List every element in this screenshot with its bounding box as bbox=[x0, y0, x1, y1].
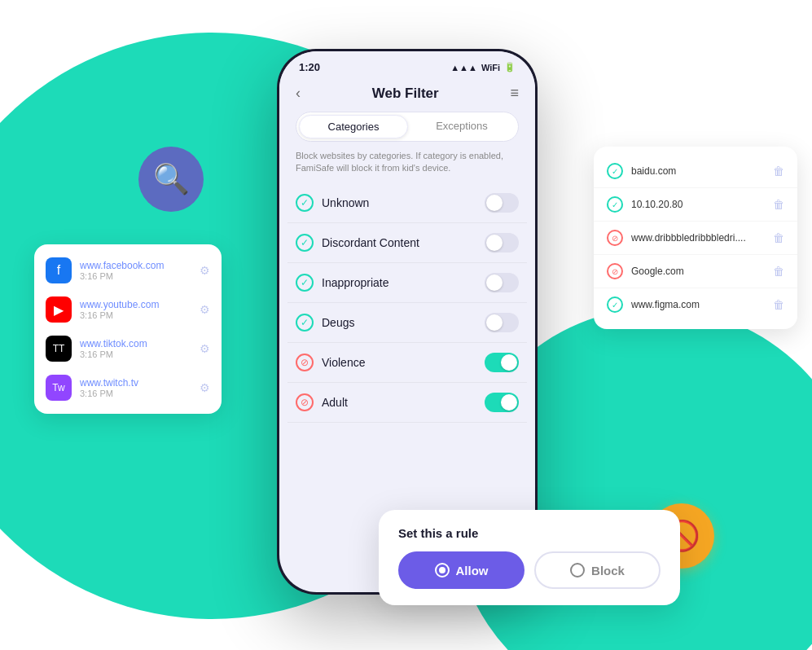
exception-item: ⊘ Google.com 🗑 bbox=[594, 255, 797, 288]
toggle-knob bbox=[486, 195, 503, 211]
category-name: Deugs bbox=[322, 316, 354, 329]
exception-item: ✓ baidu.com 🗑 bbox=[594, 155, 797, 188]
category-name: Discordant Content bbox=[322, 236, 419, 249]
exception-url: www.dribbbledribbbledri.... bbox=[631, 232, 765, 244]
battery-icon: 🔋 bbox=[504, 62, 516, 72]
category-item-adult: ⊘ Adult bbox=[287, 383, 527, 423]
history-time: 3:16 PM bbox=[80, 349, 191, 359]
filter-description: Block websites by categories. If categor… bbox=[279, 150, 535, 183]
category-name: Violence bbox=[322, 356, 365, 369]
list-item: ▶ www.youtube.com 3:16 PM ⚙ bbox=[34, 290, 222, 329]
gear-icon[interactable]: ⚙ bbox=[200, 264, 210, 277]
category-toggle-violence[interactable] bbox=[485, 353, 519, 372]
facebook-icon: f bbox=[46, 257, 72, 283]
category-item-deugs: ✓ Deugs bbox=[287, 303, 527, 343]
history-url: www.facebook.com bbox=[80, 260, 191, 271]
list-item: TT www.tiktok.com 3:16 PM ⚙ bbox=[34, 329, 222, 368]
tab-switcher: Categories Exceptions bbox=[296, 112, 519, 142]
status-icons: ▲▲▲ WiFi 🔋 bbox=[450, 62, 516, 72]
search-icon: 🔍 bbox=[153, 162, 190, 196]
category-name: Adult bbox=[322, 396, 348, 409]
rule-options: Allow Block bbox=[398, 551, 661, 589]
block-option[interactable]: Block bbox=[534, 551, 661, 589]
toggle-knob bbox=[501, 394, 517, 411]
status-time: 1:20 bbox=[299, 61, 320, 73]
category-toggle-inappropriate[interactable] bbox=[485, 273, 519, 292]
exception-url: www.figma.com bbox=[631, 299, 765, 310]
radio-block bbox=[570, 563, 585, 578]
menu-button[interactable]: ≡ bbox=[510, 85, 519, 102]
allow-icon: ✓ bbox=[607, 196, 623, 213]
tiktok-icon: TT bbox=[46, 336, 72, 362]
rule-popup-title: Set this a rule bbox=[398, 526, 661, 540]
allow-icon: ✓ bbox=[607, 296, 623, 313]
category-item-unknown: ✓ Unknown bbox=[287, 183, 527, 223]
category-item-inappropriate: ✓ Inappropriate bbox=[287, 263, 527, 303]
category-name: Unknown bbox=[322, 196, 369, 209]
category-item-violence: ⊘ Violence bbox=[287, 343, 527, 383]
back-button[interactable]: ‹ bbox=[296, 85, 301, 102]
allow-label: Allow bbox=[456, 564, 489, 578]
exception-item: ⊘ www.dribbbledribbbledri.... 🗑 bbox=[594, 222, 797, 255]
history-time: 3:16 PM bbox=[80, 271, 191, 281]
delete-icon[interactable]: 🗑 bbox=[773, 231, 784, 244]
category-name: Inappropriate bbox=[322, 276, 389, 289]
delete-icon[interactable]: 🗑 bbox=[773, 298, 784, 311]
category-toggle-deugs[interactable] bbox=[485, 313, 519, 332]
list-item: Tw www.twitch.tv 3:16 PM ⚙ bbox=[34, 368, 222, 407]
delete-icon[interactable]: 🗑 bbox=[773, 265, 784, 278]
toggle-knob bbox=[486, 274, 503, 291]
block-label: Block bbox=[591, 564, 625, 578]
block-icon: ⊘ bbox=[607, 263, 623, 279]
tab-categories[interactable]: Categories bbox=[299, 115, 408, 138]
status-bar: 1:20 ▲▲▲ WiFi 🔋 bbox=[279, 51, 535, 78]
category-item-discordant: ✓ Discordant Content bbox=[287, 223, 527, 263]
category-toggle-adult[interactable] bbox=[485, 393, 519, 412]
youtube-icon: ▶ bbox=[46, 296, 72, 323]
exception-url: Google.com bbox=[631, 266, 765, 277]
exceptions-card: ✓ baidu.com 🗑 ✓ 10.10.20.80 🗑 ⊘ www.drib… bbox=[594, 147, 797, 329]
exception-url: 10.10.20.80 bbox=[631, 199, 765, 210]
search-circle: 🔍 bbox=[138, 147, 204, 212]
check-icon: ✓ bbox=[296, 194, 314, 212]
delete-icon[interactable]: 🗑 bbox=[773, 165, 784, 178]
exception-url: baidu.com bbox=[631, 165, 765, 177]
toggle-knob bbox=[501, 354, 517, 371]
list-item: f www.facebook.com 3:16 PM ⚙ bbox=[34, 251, 222, 290]
check-icon: ✓ bbox=[296, 314, 314, 332]
tab-exceptions[interactable]: Exceptions bbox=[408, 115, 516, 138]
phone-header: ‹ Web Filter ≡ bbox=[279, 78, 535, 112]
check-icon: ✓ bbox=[296, 274, 314, 292]
page-title: Web Filter bbox=[372, 86, 439, 102]
delete-icon[interactable]: 🗑 bbox=[773, 198, 784, 211]
category-toggle-unknown[interactable] bbox=[485, 193, 519, 213]
gear-icon[interactable]: ⚙ bbox=[200, 381, 210, 394]
radio-dot bbox=[439, 567, 446, 573]
block-icon: ⊘ bbox=[296, 393, 314, 411]
history-time: 3:16 PM bbox=[80, 310, 191, 320]
allow-icon: ✓ bbox=[607, 163, 623, 179]
category-toggle-discordant[interactable] bbox=[485, 233, 519, 253]
history-url: www.twitch.tv bbox=[80, 377, 191, 389]
block-icon: ⊘ bbox=[296, 354, 314, 371]
signal-icon: ▲▲▲ bbox=[450, 63, 477, 72]
allow-option[interactable]: Allow bbox=[398, 551, 525, 589]
history-card: f www.facebook.com 3:16 PM ⚙ ▶ www.youtu… bbox=[34, 244, 222, 414]
exception-item: ✓ 10.10.20.80 🗑 bbox=[594, 188, 797, 222]
twitch-icon: Tw bbox=[46, 375, 72, 401]
gear-icon[interactable]: ⚙ bbox=[200, 342, 210, 355]
wifi-icon: WiFi bbox=[481, 63, 500, 72]
radio-allow bbox=[435, 563, 450, 578]
exception-item: ✓ www.figma.com 🗑 bbox=[594, 288, 797, 321]
history-url: www.youtube.com bbox=[80, 299, 191, 310]
rule-popup: Set this a rule Allow Block bbox=[379, 510, 680, 605]
toggle-knob bbox=[486, 314, 503, 331]
toggle-knob bbox=[486, 235, 503, 251]
block-icon: ⊘ bbox=[607, 230, 623, 246]
check-icon: ✓ bbox=[296, 234, 314, 252]
history-url: www.tiktok.com bbox=[80, 338, 191, 349]
history-time: 3:16 PM bbox=[80, 389, 191, 398]
gear-icon[interactable]: ⚙ bbox=[200, 303, 210, 316]
